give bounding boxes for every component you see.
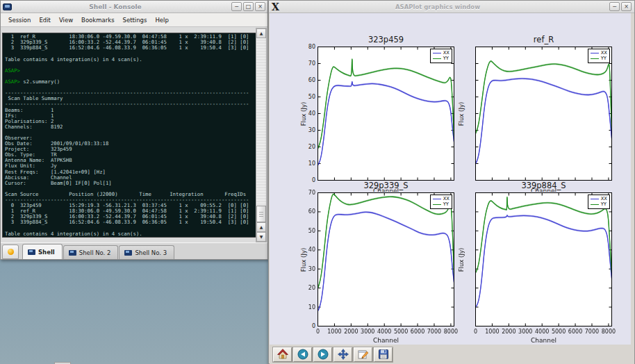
konsole-titlebar[interactable]: Shell - Konsole − □ × (1, 1, 267, 13)
legend-label: YY (443, 56, 449, 61)
plot-toolbar (270, 345, 634, 364)
pan-icon[interactable] (333, 347, 352, 362)
scrollbar-thumb[interactable] (256, 206, 266, 222)
y-tick-label: 40 (299, 247, 315, 253)
y-tick-label: 30 (299, 266, 315, 272)
menu-item-edit[interactable]: Edit (35, 15, 53, 25)
x-tick-label: 8000 (598, 329, 619, 335)
y-tick-label: 50 (299, 94, 315, 100)
legend-line (591, 199, 599, 199)
x-axis-label: Channel (475, 337, 612, 344)
y-tick-label: 30 (299, 127, 315, 133)
plot-canvas (318, 192, 454, 326)
legend-label: YY (601, 201, 607, 207)
y-tick-label: 50 (299, 228, 315, 234)
y-tick-label: 10 (299, 304, 315, 311)
plot-329p339_S: 329p339_SFlux (Jy)0102030405060700100020… (318, 192, 454, 326)
tab-shell-no-2[interactable]: Shell No. 2 (63, 245, 119, 259)
legend-label: YY (443, 201, 449, 207)
legend-label: XX (443, 50, 450, 56)
y-axis-label: Flux (Jy) (458, 93, 465, 135)
close-button[interactable]: × (621, 2, 632, 11)
scroll-down-icon[interactable]: ▼ (256, 232, 266, 242)
legend-line (591, 58, 599, 59)
x-tick-label: 8000 (440, 329, 461, 335)
legend: XXYY (588, 195, 610, 209)
konsole-window-title: Shell - Konsole (1, 3, 230, 10)
scroll-up2-icon[interactable]: ▲ (256, 222, 266, 232)
legend-label: XX (601, 50, 607, 56)
terminal-icon (28, 249, 35, 255)
maximize-button[interactable]: □ (243, 2, 254, 11)
x-axis-label: Channel (318, 337, 454, 344)
legend-line (591, 53, 599, 53)
scrollbar-track[interactable] (256, 38, 266, 222)
tab-label: Shell No. 3 (135, 249, 167, 256)
forward-icon[interactable] (313, 347, 332, 362)
y-tick-label: 80 (299, 44, 315, 50)
y-tick-label: 10 (299, 160, 315, 167)
back-icon[interactable] (293, 347, 312, 362)
konsole-menubar: SessionEditViewBookmarksSettingsHelp (1, 13, 267, 27)
save-icon[interactable] (374, 347, 393, 362)
plot-canvas (475, 192, 612, 326)
legend-label: XX (443, 196, 450, 201)
menu-item-view[interactable]: View (56, 15, 76, 25)
terminal-scrollbar[interactable]: ▲ ▲ ▼ (256, 28, 267, 242)
legend-line (433, 58, 441, 59)
new-session-button[interactable] (2, 245, 19, 259)
terminal-output[interactable]: 1 ref_R 18:30:06.0 -49.59.30.0 04:47:58 … (2, 33, 256, 237)
y-tick-label: 60 (299, 77, 315, 83)
legend-line (591, 204, 599, 205)
tab-shell-no-3[interactable]: Shell No. 3 (119, 245, 174, 259)
scroll-up-icon[interactable]: ▲ (256, 28, 266, 38)
menu-item-settings[interactable]: Settings (119, 15, 151, 25)
plot-canvas (318, 47, 454, 181)
y-tick-label: 20 (299, 285, 315, 291)
legend-label: XX (601, 196, 607, 201)
y-tick-label: 0 (299, 177, 315, 183)
plot-title: ref_R (475, 35, 612, 44)
plot-323p459: 323p459Flux (Jy)01020304050607080Channel… (318, 47, 454, 181)
y-tick-label: 70 (299, 60, 315, 67)
y-axis-label: Flux (Jy) (458, 239, 465, 281)
legend: XXYY (430, 195, 452, 209)
menu-item-bookmarks[interactable]: Bookmarks (78, 15, 118, 25)
asaplot-window-title: ASAPlot graphics window (269, 3, 607, 10)
minimize-button[interactable]: − (231, 2, 242, 11)
konsole-tabbar: ShellShell No. 2Shell No. 3 (1, 242, 267, 259)
legend-line (433, 204, 441, 205)
y-tick-label: 70 (299, 190, 315, 196)
plot-title: 329p339_S (318, 181, 454, 190)
subplots-icon[interactable] (354, 347, 372, 362)
plot-ref_R: ref_RFlux (Jy)ChannelXXYY (475, 47, 612, 181)
konsole-window: Shell - Konsole − □ × SessionEditViewBoo… (0, 0, 268, 260)
asaplot-titlebar[interactable]: X ASAPlot graphics window − × (269, 1, 634, 13)
legend-label: YY (601, 56, 607, 61)
legend-line (433, 53, 441, 53)
plot-339p884_S: 339p884_SFlux (Jy)0100020003000400050006… (475, 192, 612, 326)
menu-item-session[interactable]: Session (5, 15, 34, 25)
legend: XXYY (588, 49, 610, 63)
plot-title: 339p884_S (475, 181, 612, 190)
y-tick-label: 20 (299, 144, 315, 150)
y-axis-label: Flux (Jy) (300, 239, 307, 281)
y-tick-label: 40 (299, 110, 315, 117)
y-tick-label: 60 (299, 208, 315, 215)
tab-shell[interactable]: Shell (22, 244, 63, 259)
home-icon[interactable] (273, 347, 292, 362)
menu-item-help[interactable]: Help (151, 15, 172, 25)
figure-canvas: 323p459Flux (Jy)01020304050607080Channel… (270, 13, 631, 345)
new-session-icon (8, 249, 14, 255)
legend: XXYY (430, 49, 452, 63)
minimize-button[interactable]: − (609, 2, 620, 11)
terminal-icon (69, 250, 76, 256)
terminal-icon (124, 250, 132, 256)
tab-label: Shell (38, 249, 55, 256)
close-button[interactable]: × (255, 2, 265, 11)
legend-line (433, 199, 441, 199)
plot-canvas (475, 47, 612, 181)
asaplot-window: X ASAPlot graphics window − × 323p459Flu… (268, 0, 635, 364)
plot-title: 323p459 (318, 35, 454, 44)
tab-label: Shell No. 2 (79, 249, 111, 256)
